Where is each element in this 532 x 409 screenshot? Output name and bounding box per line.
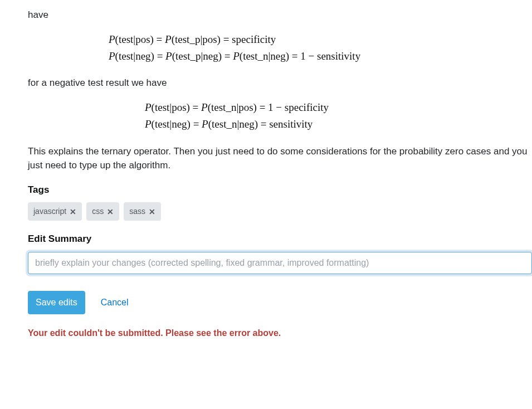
math-block-1: P(test|pos) = P(test_p|pos) = specificit… bbox=[28, 31, 532, 65]
tag-label: javascript bbox=[33, 206, 66, 217]
tag-sass[interactable]: sass ✕ bbox=[124, 202, 161, 221]
tag-label: css bbox=[92, 206, 104, 217]
body-text-fragment: have bbox=[28, 8, 532, 22]
body-text-mid: for a negative test result we have bbox=[28, 76, 532, 90]
edit-summary-input[interactable] bbox=[28, 252, 532, 274]
tag-javascript[interactable]: javascript ✕ bbox=[28, 202, 82, 221]
save-edits-button[interactable]: Save edits bbox=[28, 291, 85, 314]
error-message: Your edit couldn't be submitted. Please … bbox=[28, 327, 532, 340]
close-icon[interactable]: ✕ bbox=[149, 208, 155, 216]
tag-css[interactable]: css ✕ bbox=[86, 202, 119, 221]
tags-row[interactable]: javascript ✕ css ✕ sass ✕ bbox=[28, 202, 532, 221]
tags-label: Tags bbox=[28, 183, 532, 197]
tag-label: sass bbox=[129, 206, 145, 217]
close-icon[interactable]: ✕ bbox=[70, 208, 76, 216]
body-text-closing: This explains the ternary operator. Then… bbox=[28, 144, 532, 173]
cancel-link[interactable]: Cancel bbox=[101, 296, 129, 309]
edit-summary-label: Edit Summary bbox=[28, 232, 532, 246]
close-icon[interactable]: ✕ bbox=[107, 208, 114, 216]
math-block-2: P(test|pos) = P(test_n|pos) = 1 − specif… bbox=[28, 99, 532, 133]
